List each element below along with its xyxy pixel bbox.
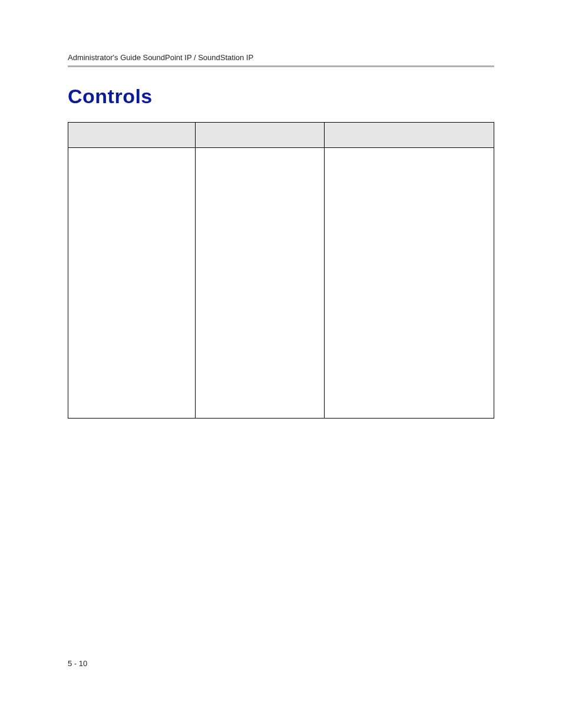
table-cell: [196, 148, 325, 419]
table-header-row: [68, 123, 494, 148]
table-header-cell: [196, 123, 325, 148]
page-container: Administrator's Guide SoundPoint IP / So…: [0, 0, 562, 728]
page-number: 5 - 10: [68, 659, 87, 668]
section-title: Controls: [68, 85, 494, 108]
table-header-cell: [325, 123, 494, 148]
table-cell: [68, 148, 196, 419]
table-row: [68, 148, 494, 419]
table-header-cell: [68, 123, 196, 148]
running-head: Administrator's Guide SoundPoint IP / So…: [68, 53, 494, 62]
table-cell: [325, 148, 494, 419]
header-rule: [68, 65, 494, 67]
controls-table: [68, 122, 494, 419]
